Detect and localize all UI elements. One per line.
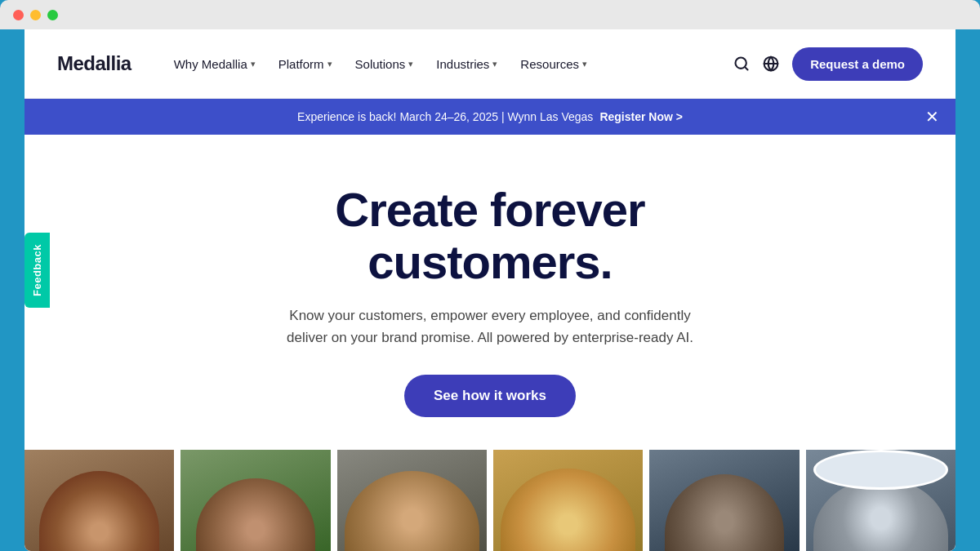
nav-label-platform: Platform — [278, 57, 324, 71]
hero-title-line1: Create forever — [335, 183, 644, 236]
photo-item-3 — [337, 450, 487, 551]
nav-item-industries[interactable]: Industries ▾ — [426, 51, 507, 78]
nav-item-why-medallia[interactable]: Why Medallia ▾ — [164, 51, 265, 78]
search-icon — [733, 56, 750, 72]
hero-subtitle: Know your customers, empower every emplo… — [278, 304, 702, 349]
navbar: Medallia Why Medallia ▾ Platform ▾ Solut… — [24, 29, 956, 99]
chevron-down-icon: ▾ — [408, 59, 413, 69]
photo-item-1 — [24, 450, 174, 551]
nav-item-platform[interactable]: Platform ▾ — [269, 51, 342, 78]
nav-item-resources[interactable]: Resources ▾ — [510, 51, 597, 78]
hero-cta-button[interactable]: See how it works — [404, 375, 576, 417]
nav-label-solutions: Solutions — [355, 57, 406, 71]
nav-links: Why Medallia ▾ Platform ▾ Solutions ▾ In… — [164, 51, 733, 78]
svg-line-1 — [745, 67, 748, 70]
logo[interactable]: Medallia — [57, 52, 131, 75]
banner-message: Experience is back! March 24–26, 2025 | … — [297, 110, 593, 123]
browser-window: Medallia Why Medallia ▾ Platform ▾ Solut… — [24, 29, 956, 551]
hero-title: Create forever customers. — [57, 184, 923, 288]
nav-label-why-medallia: Why Medallia — [174, 57, 247, 71]
language-button[interactable] — [763, 56, 779, 72]
traffic-light-red[interactable] — [13, 10, 24, 20]
main-content: Feedback Create forever customers. Know … — [24, 135, 956, 551]
traffic-light-yellow[interactable] — [30, 10, 41, 20]
search-button[interactable] — [733, 56, 750, 72]
photo-strip — [24, 450, 956, 551]
nav-item-solutions[interactable]: Solutions ▾ — [345, 51, 424, 78]
chevron-down-icon: ▾ — [492, 59, 497, 69]
browser-chrome — [0, 0, 980, 29]
traffic-light-green[interactable] — [47, 10, 58, 20]
globe-icon — [763, 56, 779, 72]
photo-item-6 — [806, 450, 956, 551]
banner-close-button[interactable]: ✕ — [925, 109, 939, 125]
hero-section: Create forever customers. Know your cust… — [24, 135, 956, 450]
feedback-sidebar[interactable]: Feedback — [24, 233, 50, 308]
banner-register-link[interactable]: Register Now > — [599, 110, 683, 123]
request-demo-button[interactable]: Request a demo — [792, 47, 923, 81]
banner-text: Experience is back! March 24–26, 2025 | … — [297, 110, 683, 123]
photo-item-2 — [180, 450, 330, 551]
photo-item-4 — [493, 450, 643, 551]
announcement-banner: Experience is back! March 24–26, 2025 | … — [24, 99, 956, 135]
hero-title-line2: customers. — [368, 235, 612, 288]
nav-actions: Request a demo — [733, 47, 923, 81]
chevron-down-icon: ▾ — [327, 59, 332, 69]
nav-label-industries: Industries — [436, 57, 489, 71]
feedback-label[interactable]: Feedback — [24, 233, 50, 308]
nav-label-resources: Resources — [520, 57, 579, 71]
chevron-down-icon: ▾ — [582, 59, 587, 69]
chevron-down-icon: ▾ — [251, 59, 256, 69]
photo-item-5 — [649, 450, 799, 551]
